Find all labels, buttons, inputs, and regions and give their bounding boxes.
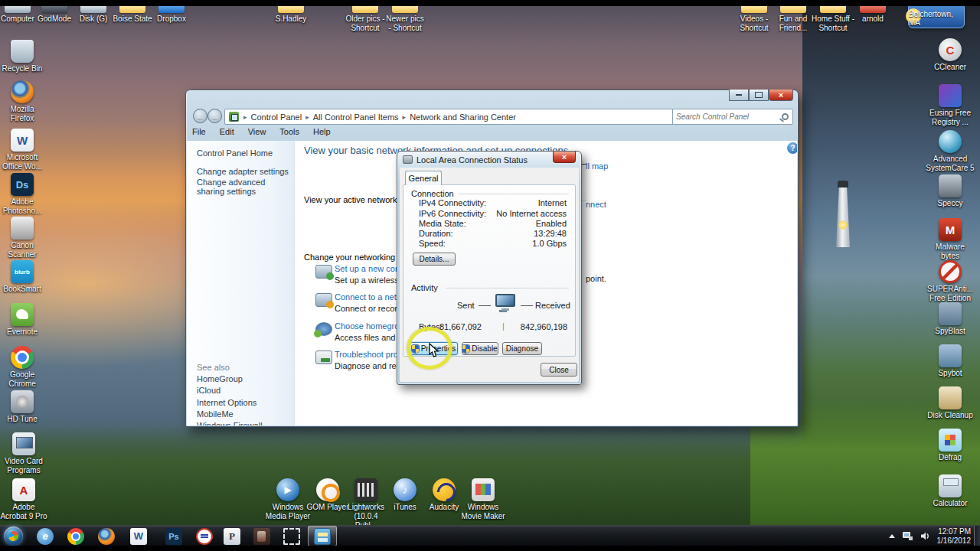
sidebar-change-advanced-sharing[interactable]: Change advanced sharing settings	[197, 178, 287, 196]
volume-tray-icon[interactable]	[920, 531, 930, 541]
desktop-icon-systemcare[interactable]: Advanced SystemCare 5	[925, 130, 975, 173]
icon-label: Disk (G)	[80, 15, 108, 24]
breadcrumb-all-items[interactable]: All Control Panel Items	[302, 112, 398, 122]
dialog-close-icon[interactable]: ×	[553, 152, 576, 163]
close-button[interactable]: ×	[769, 90, 793, 101]
show-hidden-icons-button[interactable]	[889, 534, 895, 538]
screen: Computer GodMode Disk (G) Boise State Dr…	[0, 0, 980, 551]
desktop-icon-canon-scanner[interactable]: Canon Scanner	[0, 217, 44, 259]
menu-help[interactable]: Help	[313, 127, 331, 136]
internet-explorer-icon	[37, 528, 54, 545]
icon-label: Older pics - Shortcut	[345, 15, 386, 33]
taskbar-video-app[interactable]	[247, 526, 276, 546]
help-icon[interactable]: ?	[787, 142, 797, 154]
taskbar-chrome[interactable]	[61, 526, 90, 546]
diagnose-button[interactable]: Diagnose	[502, 342, 542, 355]
sidebar-homegroup[interactable]: HomeGroup	[197, 374, 243, 383]
breadcrumb-control-panel[interactable]: Control Panel	[240, 112, 302, 122]
taskbar-word[interactable]	[124, 526, 153, 546]
taskbar-clock[interactable]: 12:07 PM 1/16/2012	[937, 527, 972, 545]
taskbar-control-panel-active[interactable]	[308, 526, 337, 546]
network-breadcrumb-icon	[229, 112, 239, 122]
desktop-icon-photoshop[interactable]: Adobe Photosho...	[0, 173, 44, 216]
desktop-icon-videos[interactable]: Videos - Shortcut	[733, 6, 775, 33]
icon-label: Newer pics - Shortcut	[384, 15, 426, 33]
desktop-icon-calculator[interactable]: Calculator	[928, 474, 972, 508]
icon-label: SpyBlast	[935, 327, 965, 336]
taskbar-internet-explorer[interactable]	[31, 526, 60, 546]
weather-location: Belchertown, MA	[909, 10, 960, 27]
desktop-icon-dropbox[interactable]: Dropbox	[153, 6, 190, 24]
tab-general[interactable]: General	[405, 171, 442, 185]
desktop-icon-speccy[interactable]: Speccy	[928, 174, 972, 208]
desktop-icon-booksmart[interactable]: BookSmart	[0, 260, 44, 294]
details-button[interactable]: Details...	[413, 253, 456, 266]
sidebar-change-adapter-settings[interactable]: Change adapter settings	[197, 167, 289, 176]
desktop-icon-eusing[interactable]: Eusing Free Registry ...	[928, 84, 972, 127]
desktop-icon-acrobat[interactable]: Adobe Acrobat 9 Pro	[0, 478, 47, 521]
see-full-map-fragment[interactable]: ll map	[586, 161, 608, 171]
search-box[interactable]	[672, 109, 793, 125]
desktop-icon-older-pics[interactable]: Older pics - Shortcut	[345, 6, 386, 33]
sidebar-control-panel-home[interactable]: Control Panel Home	[197, 148, 273, 158]
start-button[interactable]	[4, 527, 23, 546]
desktop-icon-firefox[interactable]: Mozilla Firefox	[0, 80, 44, 123]
desktop-icon-word[interactable]: Microsoft Office Wo...	[0, 129, 44, 171]
desktop-icon-newer-pics[interactable]: Newer pics - Shortcut	[384, 6, 426, 33]
desktop-icon-godmode[interactable]: GodMode	[35, 6, 74, 24]
desktop-icon-hd-tune[interactable]: HD Tune	[0, 390, 44, 424]
search-input[interactable]	[673, 112, 782, 121]
icon-label: Advanced SystemCare 5	[925, 155, 975, 173]
desktop-icon-spyblast[interactable]: SpyBlast	[928, 302, 972, 336]
desktop-icon-superantispyware[interactable]: SUPERAnti... Free Edition	[925, 260, 975, 303]
menu-view[interactable]: View	[248, 127, 266, 136]
taskbar-firefox[interactable]	[92, 526, 121, 546]
taskbar-photoshop[interactable]	[159, 526, 188, 546]
desktop-icon-wmp[interactable]: Windows Media Player	[265, 478, 311, 521]
desktop-icon-disk-g[interactable]: Disk (G)	[75, 6, 112, 24]
desktop-icon-boise-state[interactable]: Boise State	[112, 6, 153, 24]
desktop-icon-home-stuff[interactable]: Home Stuff - Shortcut	[812, 6, 854, 33]
row-value: Enabled	[536, 219, 567, 228]
desktop-icon-disk-cleanup[interactable]: Disk Cleanup	[925, 386, 975, 420]
maximize-button[interactable]	[749, 90, 769, 101]
disable-button[interactable]: Disable	[462, 342, 498, 355]
desktop-icon-evernote[interactable]: Evernote	[0, 303, 44, 337]
dropbox-icon	[158, 6, 185, 13]
connect-disconnect-fragment[interactable]: nnect	[586, 200, 606, 209]
sidebar-mobileme[interactable]: MobileMe	[197, 409, 234, 419]
desktop-icon-arnold[interactable]: arnold	[856, 6, 890, 24]
desktop-icon-movie-maker[interactable]: Windows Movie Maker	[459, 478, 507, 521]
desktop-icon-chrome[interactable]: Google Chrome	[0, 346, 44, 389]
desktop-icon-lightworks[interactable]: Lightworks (10.0.4 Publ...	[343, 478, 389, 530]
menu-file[interactable]: File	[192, 127, 206, 136]
sidebar-internet-options[interactable]: Internet Options	[197, 398, 256, 407]
address-bar[interactable]: Control Panel All Control Panel Items Ne…	[224, 109, 699, 125]
sidebar: Control Panel Home Change adapter settin…	[187, 141, 295, 425]
weather-gadget[interactable]: Belchertown, MA	[908, 3, 965, 28]
desktop-icon-spybot[interactable]: Spybot	[928, 344, 972, 378]
taskbar-p-app[interactable]	[217, 526, 247, 546]
taskbar-round-badge-app[interactable]	[190, 526, 219, 546]
show-desktop-button[interactable]	[974, 526, 980, 546]
menu-tools[interactable]: Tools	[279, 127, 299, 136]
network-tray-icon[interactable]	[902, 531, 913, 541]
breadcrumb-network-sharing[interactable]: Network and Sharing Center	[399, 112, 516, 122]
taskbar-snipping-tool[interactable]	[277, 526, 306, 546]
sidebar-icloud[interactable]: iCloud	[197, 386, 220, 395]
close-dialog-button[interactable]: Close	[541, 363, 577, 377]
forward-button[interactable]: →	[207, 109, 222, 123]
sidebar-windows-firewall[interactable]: Windows Firewall	[197, 421, 263, 425]
desktop-icon-shadley[interactable]: S.Hadley	[271, 6, 311, 24]
menu-edit[interactable]: Edit	[220, 127, 234, 136]
desktop-icon-malwarebytes[interactable]: Malware bytes	[928, 218, 972, 261]
desktop-icon-defrag[interactable]: Defrag	[928, 429, 972, 462]
minimize-button[interactable]	[729, 90, 749, 101]
back-button[interactable]: ←	[193, 109, 207, 123]
desktop-icon-computer[interactable]: Computer	[0, 6, 35, 24]
desktop-icon-video-card[interactable]: Video Card Programs	[0, 432, 47, 475]
desktop-icon-fun-and-friend[interactable]: Fun and Friend...	[775, 6, 812, 33]
desktop-icon-ccleaner[interactable]: CCleaner	[928, 38, 972, 72]
desktop-icon-itunes[interactable]: iTunes	[385, 478, 425, 512]
desktop-icon-recycle-bin[interactable]: Recycle Bin	[0, 40, 44, 73]
